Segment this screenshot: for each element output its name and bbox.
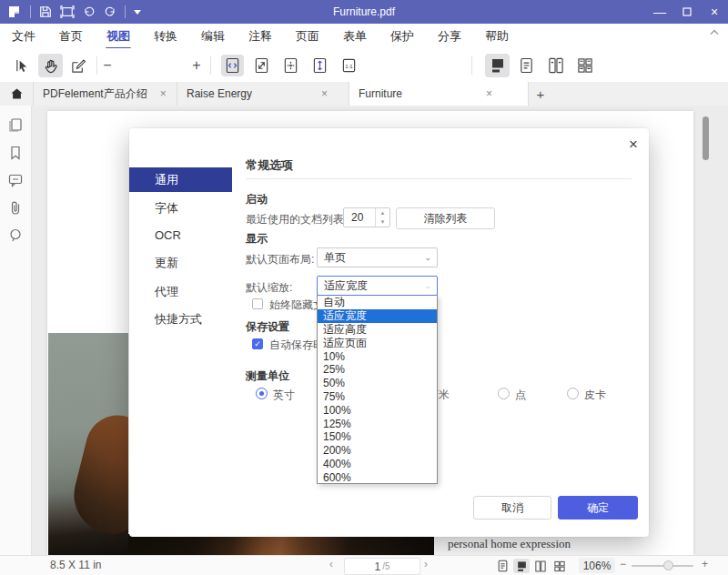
actual-size-icon[interactable]: 1:1 [338, 55, 360, 76]
comments-icon[interactable] [7, 173, 24, 187]
tab-close-icon[interactable]: × [486, 87, 492, 100]
stepper-down-icon[interactable]: ▼ [376, 217, 389, 227]
hide-docs-checkbox[interactable] [252, 298, 263, 309]
continuous-scroll-icon[interactable] [485, 54, 510, 77]
four-page-grid-icon[interactable] [551, 559, 568, 573]
fit-width-icon[interactable] [221, 55, 244, 76]
unit-pica-radio[interactable] [567, 388, 579, 399]
settings-nav-general[interactable]: 通用 [129, 167, 232, 192]
zoom-free-icon[interactable] [250, 55, 273, 76]
ok-button[interactable]: 确定 [558, 496, 638, 520]
next-page-icon[interactable]: › [424, 558, 428, 570]
cancel-button[interactable]: 取消 [473, 496, 551, 520]
menu-home[interactable]: 首页 [58, 25, 84, 48]
zoom-option[interactable]: 适应高度 [318, 323, 437, 337]
collapse-ribbon-icon[interactable] [710, 29, 719, 35]
single-page-icon[interactable] [494, 559, 511, 573]
zoom-option[interactable]: 50% [318, 377, 437, 390]
new-tab-button[interactable]: + [529, 82, 552, 106]
zoom-slider-handle[interactable] [663, 560, 673, 570]
zoom-out-button[interactable]: − [98, 55, 116, 76]
continuous-scroll-icon[interactable] [513, 559, 530, 573]
tab-close-icon[interactable]: × [321, 87, 328, 100]
maximize-button[interactable] [673, 0, 701, 24]
edit-tool-icon[interactable] [67, 55, 89, 76]
zoom-option[interactable]: 25% [318, 363, 437, 377]
menu-help[interactable]: 帮助 [484, 25, 510, 48]
recent-docs-label: 最近使用的文档列表: [246, 212, 347, 227]
zoom-option[interactable]: 400% [318, 458, 437, 471]
fit-height-icon[interactable] [308, 55, 331, 76]
search-icon[interactable] [8, 227, 24, 243]
vertical-scrollbar[interactable] [703, 116, 709, 160]
attachments-icon[interactable] [8, 199, 23, 216]
zoom-out-button[interactable]: − [620, 558, 626, 570]
zoom-slider-track[interactable] [632, 565, 693, 567]
menu-protect[interactable]: 保护 [389, 25, 415, 48]
save-icon[interactable] [39, 5, 52, 18]
close-button[interactable]: × [701, 0, 728, 24]
unit-inch-radio[interactable] [256, 388, 268, 399]
menu-edit[interactable]: 编辑 [200, 25, 226, 48]
zoom-option[interactable]: 自动 [318, 296, 437, 309]
tab-label: Furniture [359, 87, 402, 100]
settings-nav-update[interactable]: 更新 [129, 250, 232, 275]
menu-view[interactable]: 视图 [106, 25, 131, 48]
autosave-checkbox[interactable]: ✓ [252, 338, 263, 349]
redo-icon[interactable] [104, 5, 116, 18]
zoom-option[interactable]: 75% [318, 390, 437, 404]
menu-form[interactable]: 表单 [342, 25, 368, 48]
page-size-label: 8.5 X 11 in [50, 559, 101, 571]
page-thumbnails-icon[interactable] [7, 116, 24, 133]
menu-comment[interactable]: 注释 [248, 25, 273, 48]
menu-convert[interactable]: 转换 [153, 25, 178, 48]
statusbar-zoom-value[interactable]: 106% [579, 558, 615, 573]
menu-page[interactable]: 页面 [295, 25, 320, 48]
stepper-up-icon[interactable]: ▲ [376, 208, 389, 217]
clear-list-button[interactable]: 清除列表 [396, 207, 495, 229]
home-tab-icon[interactable] [0, 82, 34, 106]
tab-furniture[interactable]: Furniture × [349, 82, 529, 106]
statusbar-page-box[interactable]: 1 /5 [344, 558, 420, 575]
zoom-option[interactable]: 适应页面 [318, 336, 437, 349]
settings-nav-shortcuts[interactable]: 快捷方式 [129, 307, 232, 331]
quick-access-dropdown-icon[interactable] [134, 10, 141, 15]
zoom-option[interactable]: 10% [318, 349, 437, 363]
document-text-line: personal home expression [448, 537, 657, 551]
menu-share[interactable]: 分享 [437, 25, 462, 48]
undo-icon[interactable] [83, 5, 96, 18]
four-page-grid-icon[interactable] [572, 54, 597, 77]
zoom-option[interactable]: 200% [318, 444, 437, 458]
settings-nav-proxy[interactable]: 代理 [129, 279, 232, 304]
single-page-icon[interactable] [514, 54, 539, 77]
snapshot-icon[interactable] [60, 5, 75, 18]
default-layout-combobox[interactable]: 单页 ⌄ [317, 247, 438, 267]
settings-nav-font[interactable]: 字体 [129, 196, 232, 220]
tab-raise-energy[interactable]: Raise Energy × [177, 82, 349, 106]
settings-nav-ocr[interactable]: OCR [129, 223, 232, 247]
default-zoom-combobox[interactable]: 适应宽度 ⌄ [317, 276, 438, 296]
tab-close-icon[interactable]: × [160, 87, 167, 100]
zoom-in-button[interactable]: + [187, 55, 206, 76]
minimize-button[interactable]: — [646, 0, 673, 24]
select-tool-icon[interactable] [11, 55, 33, 76]
previous-page-icon[interactable]: ‹ [329, 558, 333, 570]
zoom-option[interactable]: 150% [318, 430, 437, 444]
zoom-option[interactable]: 600% [318, 470, 437, 484]
two-page-icon[interactable] [532, 559, 549, 573]
autosave-label: 自动保存时间 [269, 338, 318, 353]
fit-page-icon[interactable] [279, 55, 302, 76]
dialog-close-icon[interactable]: × [629, 136, 638, 152]
bookmarks-icon[interactable] [8, 145, 23, 161]
zoom-in-button[interactable]: + [702, 558, 708, 570]
zoom-option[interactable]: 125% [318, 417, 437, 430]
hand-tool-icon[interactable] [38, 54, 63, 77]
unit-point-radio[interactable] [498, 388, 510, 399]
two-page-icon[interactable] [543, 54, 568, 77]
display-heading: 显示 [246, 231, 268, 247]
zoom-option[interactable]: 100% [318, 403, 437, 417]
zoom-option-selected[interactable]: 适应宽度 [318, 309, 437, 323]
menu-file[interactable]: 文件 [11, 25, 36, 48]
tab-pdfelement-intro[interactable]: PDFelement产品介绍 × [34, 82, 177, 106]
recent-docs-stepper[interactable]: ▲ ▼ [343, 207, 390, 227]
